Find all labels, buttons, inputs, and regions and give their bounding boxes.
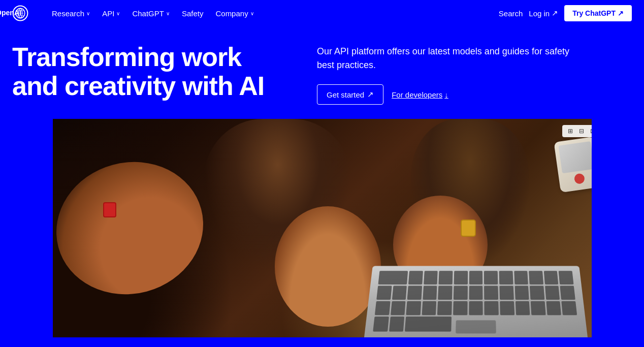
for-developers-button[interactable]: For developers ↓ [392, 90, 448, 99]
chevron-down-icon: ∨ [250, 11, 254, 16]
screenshot-icon-2[interactable]: ⊟ [577, 127, 586, 135]
logo-text-link[interactable]: OpenAI [0, 6, 35, 20]
try-chatgpt-button[interactable]: Try ChatGPT ↗ [564, 5, 632, 21]
navbar: OpenAI Research ∨ API ∨ ChatGPT ∨ Safety… [0, 0, 644, 26]
watch-right [461, 219, 476, 237]
watch-left [103, 202, 116, 217]
laptop [364, 266, 588, 337]
arrow-icon: ↗ [618, 9, 624, 17]
arrow-down-icon: ↓ [444, 90, 448, 99]
hero-image: ⊞ ⊟ ⊠ ⚙ [26, 119, 618, 337]
nav-research[interactable]: Research ∨ [47, 6, 95, 21]
hero-description: Our API platform offers our latest model… [317, 45, 581, 72]
hero-right-content: Our API platform offers our latest model… [276, 43, 632, 105]
get-started-button[interactable]: Get started ↗ [317, 84, 383, 105]
hero-left-content: Transforming work and creativity with AI [12, 43, 276, 101]
hero-cta-buttons: Get started ↗ For developers ↓ [317, 84, 632, 105]
nav-chatgpt[interactable]: ChatGPT ∨ [127, 6, 175, 21]
nav-company[interactable]: Company ∨ [210, 6, 259, 21]
hero-title: Transforming work and creativity with AI [12, 43, 276, 101]
nav-right-actions: Search Log in ↗ Try ChatGPT ↗ [499, 5, 632, 21]
arrow-icon: ↗ [367, 90, 374, 99]
login-button[interactable]: Log in ↗ [529, 9, 558, 18]
svg-text:OpenAI: OpenAI [0, 9, 21, 17]
hero-section: Transforming work and creativity with AI… [0, 26, 644, 119]
screenshot-icon-1[interactable]: ⊞ [566, 127, 574, 135]
openai-wordmark: OpenAI [0, 6, 35, 20]
nav-safety[interactable]: Safety [177, 6, 209, 21]
chevron-down-icon: ∨ [166, 11, 170, 16]
nav-links: Research ∨ API ∨ ChatGPT ∨ Safety Compan… [47, 6, 499, 21]
chevron-down-icon: ∨ [116, 11, 120, 16]
chevron-down-icon: ∨ [86, 11, 90, 16]
nav-api[interactable]: API ∨ [97, 6, 125, 21]
hero-image-wrapper: ⊞ ⊟ ⊠ ⚙ [0, 119, 644, 337]
search-button[interactable]: Search [499, 9, 523, 18]
external-link-icon: ↗ [552, 9, 558, 18]
